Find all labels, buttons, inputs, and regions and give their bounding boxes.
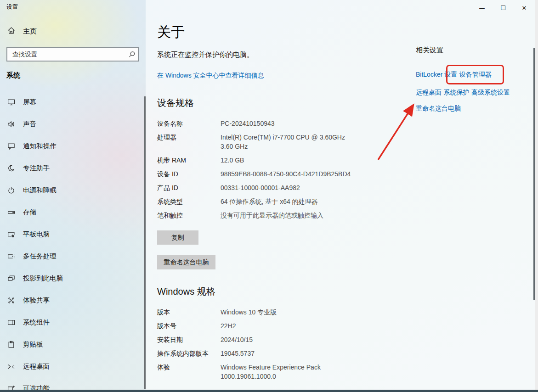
sidebar-item-system-components[interactable]: 系统组件 [0,311,145,333]
tablet-icon [7,230,15,238]
rename-pc-button[interactable]: 重命名这台电脑 [157,255,215,269]
sidebar-item-remote-desktop[interactable]: 远程桌面 [0,355,145,377]
minimize-button[interactable]: — [471,0,493,16]
power-sleep-icon [7,186,15,194]
spec-row: 安装日期2024/10/15 [157,335,378,344]
spec-row: 机带 RAM12.0 GB [157,156,378,165]
sidebar-item-shared-experiences[interactable]: 体验共享 [0,289,145,311]
remote-desktop-link[interactable]: 远程桌面 [416,89,442,97]
close-button[interactable]: ✕ [514,0,535,16]
search-icon[interactable] [126,51,138,58]
sidebar-item-clipboard[interactable]: 剪贴板 [0,333,145,355]
rename-pc-link[interactable]: 重命名这台电脑 [416,105,461,113]
spec-row: 设备名称PC-202410150943 [157,119,378,128]
spec-row: 笔和触控没有可用于此显示器的笔或触控输入 [157,211,378,220]
device-manager-link[interactable]: 设备管理器 [459,71,492,79]
optional-features-icon [7,385,15,390]
window-controls: — ☐ ✕ [471,0,535,16]
screen: 设置 — ☐ ✕ 主页 系统 [0,0,538,392]
maximize-button[interactable]: ☐ [493,0,514,16]
shared-experiences-icon [7,297,15,304]
spec-row: 操作系统内部版本19045.5737 [157,349,378,358]
spec-row: 设备 ID98859EB8-0088-4750-90C4-D421D9B25BD… [157,169,378,179]
related-settings: 相关设置 BitLocker 设置 设备管理器 远程桌面 系统保护 高级系统设置… [416,46,526,120]
device-spec-heading: 设备规格 [157,97,378,109]
taskbar-edge [0,390,538,392]
highlight-box: 设备管理器 [446,65,504,84]
clipboard-icon [7,341,15,348]
sidebar-item-home[interactable]: 主页 [7,27,37,36]
sidebar-item-storage[interactable]: 存储 [0,201,145,223]
remote-desktop-icon [7,363,15,370]
windows-spec-heading: Windows 规格 [157,286,378,298]
search-box[interactable] [6,47,139,62]
project-icon [7,274,15,282]
sidebar-item-multitasking[interactable]: 多任务处理 [0,245,145,267]
security-center-link[interactable]: 在 Windows 安全中心中查看详细信息 [157,72,264,80]
copy-device-spec-button[interactable]: 复制 [157,230,198,245]
advanced-system-settings-link[interactable]: 高级系统设置 [471,89,510,97]
sidebar-home-label: 主页 [23,27,37,36]
spec-row: 体验Windows Feature Experience Pack 1000.1… [157,363,378,381]
sidebar-item-sound[interactable]: 声音 [0,113,145,135]
sidebar-item-tablet[interactable]: 平板电脑 [0,223,145,245]
page-subtitle: 系统正在监控并保护你的电脑。 [157,50,378,59]
sidebar-item-focus-assist[interactable]: 专注助手 [0,157,145,179]
sidebar-item-display[interactable]: 屏幕 [0,91,145,113]
sidebar-item-power-sleep[interactable]: 电源和睡眠 [0,179,145,201]
system-protection-link[interactable]: 系统保护 [443,89,469,97]
spec-row: 处理器Intel(R) Core(TM) i7-7700 CPU @ 3.60G… [157,133,378,151]
sound-icon [7,120,15,128]
spec-row: 版本Windows 10 专业版 [157,308,378,317]
storage-icon [7,208,15,216]
background-window-sliver [535,0,538,390]
page-title: 关于 [157,23,378,42]
home-icon [7,27,15,36]
main-content: 关于 系统正在监控并保护你的电脑。 在 Windows 安全中心中查看详细信息 … [157,0,378,390]
search-input[interactable] [7,51,126,58]
device-spec-table: 设备名称PC-202410150943 处理器Intel(R) Core(TM)… [157,119,378,220]
display-icon [7,98,15,106]
spec-row: 系统类型64 位操作系统, 基于 x64 的处理器 [157,197,378,206]
related-settings-heading: 相关设置 [416,46,526,55]
notifications-icon [7,142,15,150]
sidebar-nav: 屏幕 声音 通知和操作 专注助手 电源和睡眠 [0,91,145,390]
spec-row: 产品 ID00331-10000-00001-AA982 [157,183,378,192]
sidebar: 主页 系统 屏幕 声音 [0,0,146,390]
windows-spec-table: 版本Windows 10 专业版 版本号22H2 安装日期2024/10/15 … [157,308,378,381]
multitasking-icon [7,252,15,260]
system-components-icon [7,319,15,326]
sidebar-item-notifications[interactable]: 通知和操作 [0,135,145,157]
sidebar-section-label: 系统 [6,71,20,80]
sidebar-item-project[interactable]: 投影到此电脑 [0,267,145,289]
spec-row: 版本号22H2 [157,321,378,330]
focus-assist-icon [7,164,15,172]
sidebar-item-optional-features[interactable]: 可选功能 [0,377,145,390]
settings-window: 设置 — ☐ ✕ 主页 系统 [0,0,535,390]
sidebar-scrollbar[interactable] [144,96,146,389]
